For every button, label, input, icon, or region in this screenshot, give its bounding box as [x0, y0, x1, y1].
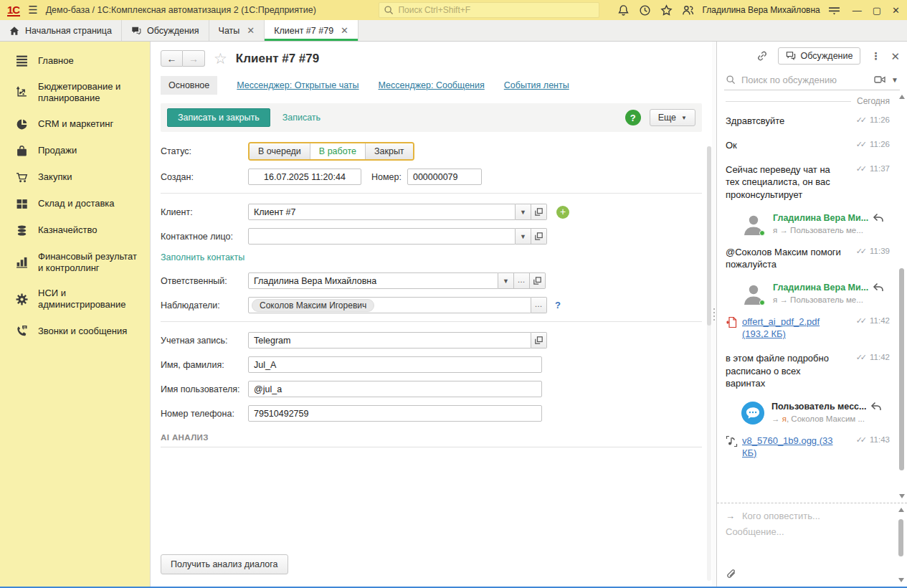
dropdown-button[interactable]: ▼	[516, 204, 531, 220]
sidebar-item-sales[interactable]: Продажи	[0, 138, 150, 164]
observers-help-link[interactable]: ?	[555, 300, 561, 310]
account-input[interactable]	[248, 332, 531, 348]
global-search-input[interactable]	[398, 5, 594, 15]
scroll-up-icon[interactable]	[899, 95, 905, 99]
phone-input[interactable]	[248, 405, 542, 422]
close-tab-icon[interactable]: ✕	[341, 25, 348, 36]
add-client-button[interactable]: +	[556, 206, 569, 219]
save-button[interactable]: Записать	[282, 113, 320, 123]
scroll-up-icon[interactable]	[898, 508, 904, 512]
fill-contacts-link[interactable]: Заполнить контакты	[161, 252, 244, 262]
client-input[interactable]	[248, 204, 516, 220]
scroll-down-icon[interactable]	[898, 578, 904, 582]
planning-chart-icon	[16, 86, 28, 98]
reply-icon[interactable]	[873, 283, 884, 293]
scrollbar-thumb[interactable]	[707, 146, 711, 326]
users-icon[interactable]	[682, 4, 694, 16]
messenger-user-avatar	[741, 402, 764, 425]
save-and-close-button[interactable]: Записать и закрыть	[167, 108, 270, 127]
open-button[interactable]	[531, 204, 547, 220]
choose-button[interactable]: …	[531, 297, 547, 313]
tab-client[interactable]: Клиент #7 #79 ✕	[265, 20, 358, 41]
username-input[interactable]	[248, 381, 542, 397]
scrollbar-thumb[interactable]	[898, 519, 903, 556]
created-input[interactable]	[248, 169, 361, 185]
get-dialog-analysis-button[interactable]: Получить анализ диалога	[161, 554, 288, 574]
service-menu-icon[interactable]	[828, 4, 840, 16]
history-icon[interactable]	[639, 4, 651, 16]
sidebar-item-budgeting[interactable]: Бюджетирование и планирование	[0, 74, 150, 111]
tab-chats[interactable]: Чаты ✕	[209, 20, 265, 41]
status-option-queued[interactable]: В очереди	[250, 143, 310, 159]
sections-sidebar: Главное Бюджетирование и планирование CR…	[0, 42, 151, 587]
scroll-down-icon[interactable]	[899, 494, 905, 498]
more-button[interactable]: Еще▼	[650, 109, 695, 126]
sidebar-item-calls-messages[interactable]: Звонки и сообщения	[0, 318, 150, 344]
file-message: v8_5760_1b9.ogg (33 КБ) ✓✓11:43	[726, 435, 890, 459]
choose-button[interactable]: …	[514, 272, 530, 289]
number-input[interactable]	[407, 169, 482, 185]
current-user-name[interactable]: Гладилина Вера Михайловна	[702, 5, 820, 15]
add-to-favorites-star-icon[interactable]: ☆	[212, 51, 229, 66]
sidebar-item-financial-result[interactable]: Финансовый результат и контроллинг	[0, 244, 150, 281]
open-button[interactable]	[531, 332, 547, 348]
sidebar-item-treasury[interactable]: Казначейство	[0, 217, 150, 244]
favorites-star-icon[interactable]	[660, 4, 673, 16]
attach-paperclip-icon[interactable]	[726, 569, 738, 581]
reply-icon[interactable]	[870, 402, 882, 412]
close-panel-icon[interactable]: ✕	[891, 51, 900, 62]
compose-scrollbar[interactable]	[898, 508, 904, 582]
file-link[interactable]: v8_5760_1b9.ogg (33 КБ)	[742, 435, 842, 459]
notifications-bell-icon[interactable]	[617, 4, 630, 16]
maximize-icon[interactable]: ▢	[873, 5, 881, 16]
contact-input[interactable]	[248, 228, 516, 245]
minimize-icon[interactable]: —	[853, 5, 862, 16]
observer-chip[interactable]: Соколов Максим Игоревич	[252, 299, 374, 312]
close-window-icon[interactable]: ✕	[892, 5, 900, 16]
fullname-input[interactable]	[248, 356, 542, 373]
video-call-icon[interactable]	[874, 74, 885, 85]
sidebar-item-main[interactable]: Главное	[0, 47, 150, 74]
nav-link-open-chats[interactable]: Мессенджер: Открытые чаты	[237, 80, 358, 90]
observers-input[interactable]: Соколов Максим Игоревич	[248, 297, 531, 313]
nav-tab-main[interactable]: Основное	[161, 76, 217, 95]
sidebar-item-purchases[interactable]: Закупки	[0, 164, 150, 191]
discussion-toggle-button[interactable]: Обсуждение	[778, 47, 861, 65]
sidebar-item-nsi-admin[interactable]: НСИ и администрирование	[0, 280, 150, 318]
chevron-down-icon[interactable]: ▼	[891, 76, 898, 84]
message-time: 11:42	[870, 316, 890, 325]
notify-whom-input[interactable]	[742, 511, 888, 521]
panel-menu-icon[interactable]: ⋮	[870, 51, 880, 61]
message-input[interactable]	[726, 526, 888, 559]
sidebar-item-warehouse[interactable]: Склад и доставка	[0, 191, 150, 217]
dropdown-button[interactable]: ▼	[516, 228, 531, 245]
main-menu-icon[interactable]: ☰	[28, 4, 37, 16]
status-option-closed[interactable]: Закрыт	[366, 143, 413, 159]
forward-button[interactable]: →	[183, 50, 205, 67]
scrollbar-thumb[interactable]	[899, 268, 904, 470]
reply-icon[interactable]	[873, 213, 884, 223]
dropdown-button[interactable]: ▼	[498, 272, 514, 289]
messages-scrollbar[interactable]	[898, 95, 905, 498]
status-option-in-progress[interactable]: В работе	[310, 143, 366, 159]
close-tab-icon[interactable]: ✕	[247, 25, 255, 36]
list-icon	[16, 54, 28, 67]
back-button[interactable]: ←	[161, 50, 183, 67]
link-icon[interactable]	[756, 50, 768, 62]
tab-label: Обсуждения	[147, 26, 199, 36]
client-field: ▼	[248, 204, 547, 220]
help-button[interactable]: ?	[625, 110, 641, 125]
global-search[interactable]	[379, 2, 599, 18]
message-time: 11:42	[870, 353, 890, 361]
sidebar-item-crm[interactable]: CRM и маркетинг	[0, 111, 150, 138]
open-button[interactable]	[530, 272, 546, 289]
open-button[interactable]	[531, 228, 547, 245]
nav-link-messages[interactable]: Мессенджер: Сообщения	[379, 80, 485, 90]
tab-home[interactable]: Начальная страница	[0, 20, 122, 41]
file-link[interactable]: offert_ai_pdf_2.pdf (193,2 КБ)	[742, 316, 842, 340]
nav-link-feed-events[interactable]: События ленты	[504, 80, 569, 90]
tab-discussions[interactable]: Обсуждения	[122, 20, 209, 41]
content-scrollbar[interactable]	[707, 146, 711, 581]
discussion-search-input[interactable]	[741, 75, 868, 85]
responsible-input[interactable]	[248, 272, 498, 289]
